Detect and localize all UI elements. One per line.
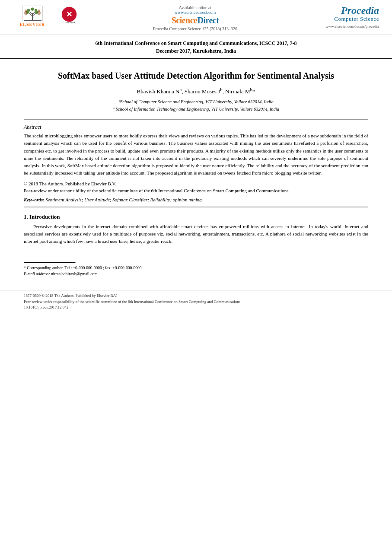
footnote-divider xyxy=(24,262,76,263)
svg-rect-15 xyxy=(24,20,41,21)
main-content: SoftMax based User Attitude Detection Al… xyxy=(0,59,392,286)
divider-1 xyxy=(24,119,368,120)
crossmark-icon: ✕ CrossMark xyxy=(59,5,80,26)
keywords: Keywords: Sentiment Analysis; User Attit… xyxy=(24,197,368,202)
bottom-peer-review: Peer-review under responsibility of the … xyxy=(24,299,368,305)
svg-text:CrossMark: CrossMark xyxy=(63,21,76,24)
paper-title: SoftMax based User Attitude Detection Al… xyxy=(24,70,368,82)
affiliations: ᵃSchool of Computer Science and Engineer… xyxy=(24,99,368,113)
procedia-title: Procedia xyxy=(341,5,379,16)
email-label: E-mail address: xyxy=(24,272,50,276)
svg-point-14 xyxy=(38,10,40,12)
email-value: nirmaladbinesh@gmail.com xyxy=(51,272,98,276)
copyright-line2: Peer-review under responsibility of the … xyxy=(24,187,368,194)
header-center: Available online at www.sciencedirect.co… xyxy=(80,5,310,31)
sciencedirect-logo-text: ScienceDirect xyxy=(172,16,219,25)
keywords-text: Sentiment Analysis; User Attitude; Softm… xyxy=(45,197,201,202)
header-logos: ELSEVIER ✕ CrossMark xyxy=(13,5,80,27)
superscript-a: a xyxy=(180,87,182,92)
conference-line1: 6th International Conference on Smart Co… xyxy=(17,39,375,47)
svg-point-9 xyxy=(35,9,37,12)
elsevier-tree-icon xyxy=(21,5,45,22)
svg-text:✕: ✕ xyxy=(66,10,72,19)
sciencedirect-url-link[interactable]: www.sciencedirect.com xyxy=(175,10,216,15)
introduction-text: Pervasive developments in the internet d… xyxy=(24,223,368,245)
affiliation-a: ᵃSchool of Computer Science and Engineer… xyxy=(24,99,368,106)
affiliation-b: ᵇ School of Information Technology and E… xyxy=(24,106,368,113)
conference-line2: December 2017, Kurukshetra, India xyxy=(17,47,375,55)
copyright-line1: © 2018 The Authors. Published by Elsevie… xyxy=(24,180,368,188)
svg-point-12 xyxy=(24,10,26,12)
conference-bar: 6th International Conference on Smart Co… xyxy=(0,35,392,59)
divider-2 xyxy=(24,207,368,207)
computer-science-text: Computer Science xyxy=(334,16,379,22)
bottom-doi: 10.1016/j.procs.2017.12.042 xyxy=(24,305,368,311)
footnote-area: * Corresponding author. Tel.: +0-000-000… xyxy=(24,262,368,277)
superscript-b2: b xyxy=(250,87,252,92)
footnote: * Corresponding author. Tel.: +0-000-000… xyxy=(24,265,368,277)
abstract-text: The social microblogging sites empower u… xyxy=(24,132,368,176)
available-online-text: Available online at xyxy=(179,5,211,10)
authors: Bhavish Khanna Na, Sharon Moses Jb, Nirm… xyxy=(24,86,368,96)
page: ELSEVIER ✕ CrossMark Available online at… xyxy=(0,0,392,535)
svg-point-10 xyxy=(31,7,34,10)
keywords-label: Keywords: xyxy=(24,197,45,202)
journal-reference: Procedia Computer Science 125 (2018) 313… xyxy=(153,26,237,31)
elsevier-text: ELSEVIER xyxy=(20,22,45,27)
elsevier-url: www.elsevier.com/locate/procedia xyxy=(325,24,379,29)
crossmark-logo: ✕ CrossMark xyxy=(59,5,80,27)
corresponding-author: * Corresponding author. Tel.: +0-000-000… xyxy=(24,265,368,271)
email-address: E-mail address: nirmaladbinesh@gmail.com xyxy=(24,271,368,277)
svg-point-8 xyxy=(27,9,29,12)
introduction-heading: 1. Introduction xyxy=(24,213,368,220)
bottom-bar: 1877-0509 © 2018 The Authors. Published … xyxy=(0,290,392,313)
header: ELSEVIER ✕ CrossMark Available online at… xyxy=(0,0,392,35)
copyright-text: © 2018 The Authors. Published by Elsevie… xyxy=(24,180,368,194)
elsevier-logo: ELSEVIER xyxy=(13,5,52,27)
superscript-b: b xyxy=(220,87,222,92)
abstract-section: Abstract The social microblogging sites … xyxy=(24,124,368,202)
abstract-label: Abstract xyxy=(24,124,368,131)
bottom-issn: 1877-0509 © 2018 The Authors. Published … xyxy=(24,293,368,299)
header-right: Procedia Computer Science www.elsevier.c… xyxy=(310,5,379,29)
